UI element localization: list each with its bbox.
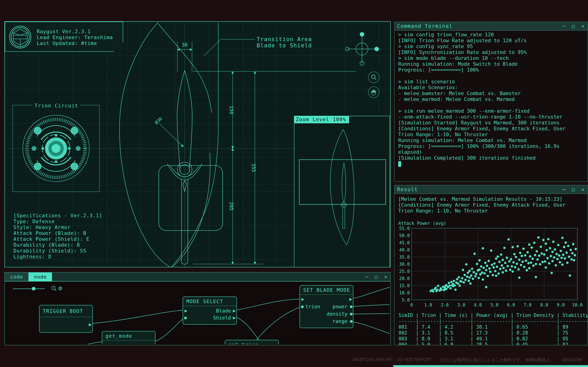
input-label: trion — [305, 304, 320, 309]
node-canvas[interactable]: ⚙ TRIGGER BOOT ▶ MODE SELECT ▶ Blade ▶ — [5, 282, 389, 344]
gear-icon[interactable]: ⚙ — [58, 284, 62, 292]
tab-code[interactable]: code — [5, 273, 28, 281]
result-window: Result ─ □ × [Melee Combat vs. Marmod Si… — [394, 185, 588, 345]
minimap-panel: Zoom Level 100% — [294, 116, 390, 267]
node-get-mode[interactable]: get_mode ● ● — [102, 331, 156, 344]
svg-text:35.0: 35.0 — [399, 255, 410, 260]
svg-text:5.0: 5.0 — [490, 302, 498, 308]
terminal-lines: > sim config trion_flow_rate 120[INFO] T… — [398, 32, 588, 161]
output-label: power — [333, 304, 347, 309]
svg-text:2.0: 2.0 — [441, 302, 449, 308]
axis-gizmo[interactable] — [346, 32, 379, 65]
node-title: TRIGGER BOOT — [40, 305, 92, 317]
result-title: Result — [397, 186, 418, 192]
maximize-button[interactable]: □ — [571, 24, 576, 29]
footer-disclaimer-en: UNOFICIAL FAN ART - DO NOT REPOST — [352, 357, 432, 363]
result-titlebar[interactable]: Result ─ □ × — [395, 185, 588, 194]
close-button[interactable]: × — [580, 24, 585, 29]
footer-disclaimer-jp: 公式とは無関係な個人による二次創作です。無断転載禁止。 — [440, 357, 554, 363]
terminal-cursor — [398, 161, 401, 167]
svg-text:3.0: 3.0 — [457, 302, 465, 308]
svg-text:10.0: 10.0 — [399, 290, 410, 295]
node-title: SET BLADE MODE — [300, 285, 353, 295]
node-title: MODE SELECT — [183, 297, 236, 306]
gizmo-y-label: Y — [376, 48, 378, 51]
title-block: Raygust Ver.2.3.1 Lead Engineer: Terashi… — [5, 22, 123, 52]
svg-text:30.0: 30.0 — [399, 262, 410, 267]
doc-last-updated: Last Updated: #time — [37, 40, 97, 46]
range-out-port[interactable]: ● — [350, 318, 353, 324]
shield-out-port[interactable]: ▶ — [233, 315, 236, 320]
command-terminal-window: Command Terminal ─ □ × > sim config trio… — [394, 22, 588, 182]
editor-tabbar: code node ─ □ × — [5, 273, 390, 282]
hand-icon — [371, 89, 377, 95]
exec-out-port[interactable]: ▶ — [89, 322, 92, 327]
zoom-tool-button[interactable] — [368, 72, 380, 83]
svg-text:9.0: 9.0 — [557, 302, 565, 308]
output-label: Blade — [216, 308, 231, 314]
blade-out-port[interactable]: ▶ — [233, 308, 236, 313]
minimap-drawing — [294, 116, 389, 267]
svg-text:7.0: 7.0 — [524, 302, 532, 308]
exec-out-port[interactable]: ▶ — [349, 296, 352, 302]
result-body: [Melee Combat vs. Marmod Simulation Resu… — [395, 194, 588, 345]
output-label: range — [333, 318, 347, 324]
trion-circuit-diagram — [23, 115, 89, 182]
maximize-button[interactable]: □ — [571, 187, 576, 192]
maximize-button[interactable]: □ — [374, 274, 379, 280]
data-out-port[interactable]: ● — [152, 343, 155, 344]
svg-text:25.0: 25.0 — [399, 269, 410, 274]
blade-outline — [159, 70, 223, 264]
svg-text:1.0: 1.0 — [424, 302, 432, 308]
terminal-output[interactable]: > sim config trion_flow_rate 120[INFO] T… — [395, 31, 588, 181]
node-mode-select[interactable]: MODE SELECT ▶ Blade ▶ ● Shield ▶ — [183, 297, 237, 325]
minimize-button[interactable]: ─ — [364, 274, 369, 280]
node-trigger-boot[interactable]: TRIGGER BOOT ▶ — [39, 305, 93, 333]
svg-text:45.0: 45.0 — [399, 240, 410, 245]
node-title: get_mode — [102, 331, 155, 341]
dim-diameter-label: Ø30 — [154, 116, 163, 125]
output-label: density — [327, 311, 347, 317]
svg-text:5.0: 5.0 — [402, 297, 410, 303]
exec-in-port[interactable]: ▶ — [301, 296, 304, 302]
terminal-titlebar[interactable]: Command Terminal ─ □ × — [395, 22, 588, 31]
doc-title: Raygust Ver.2.3.1 — [37, 29, 91, 34]
node-get-trion[interactable]: get_trion — [225, 340, 279, 344]
blueprint-viewport[interactable]: 30 150 205 355 Ø30 Trion Circuit Transit… — [4, 21, 391, 267]
output-label: Shield — [213, 315, 231, 321]
raygust-cad-app: 30 150 205 355 Ø30 Trion Circuit Transit… — [0, 0, 588, 367]
power-out-port[interactable]: ● — [350, 304, 353, 309]
node-title: get_trion — [225, 340, 278, 344]
svg-text:15.0: 15.0 — [399, 283, 410, 288]
search-icon — [371, 74, 377, 81]
node-editor-panel: code node ─ □ × — [4, 272, 391, 345]
density-out-port[interactable]: ● — [350, 311, 353, 316]
data-in-port[interactable]: ● — [103, 343, 106, 344]
footer-disclaimer: UNOFICIAL FAN ART - DO NOT REPOST 公式とは無関… — [352, 357, 582, 363]
data-in-port[interactable]: ● — [184, 315, 187, 320]
minimize-button[interactable]: ─ — [561, 187, 566, 192]
gizmo-z-label: Z — [361, 33, 363, 36]
dimension-labels: 30 150 205 355 Ø30 — [154, 42, 256, 210]
svg-text:6.0: 6.0 — [507, 302, 515, 308]
pan-tool-button[interactable] — [368, 86, 380, 98]
zoom-slider[interactable] — [13, 288, 45, 289]
svg-text:10.0: 10.0 — [572, 302, 583, 308]
annotation-line1: Transition Area — [257, 36, 312, 42]
close-button[interactable]: × — [383, 274, 388, 280]
trion-in-port[interactable]: ● — [301, 304, 303, 309]
footer-handle: @asa10wt — [562, 357, 582, 363]
tab-node[interactable]: node — [28, 273, 52, 281]
border-logo-icon — [9, 26, 32, 49]
zoom-slider-knob[interactable] — [32, 287, 35, 291]
search-icon[interactable] — [51, 285, 57, 292]
svg-text:20.0: 20.0 — [399, 276, 410, 281]
trion-circuit-label: Trion Circuit — [35, 103, 78, 108]
exec-in-port[interactable]: ▶ — [184, 308, 187, 313]
node-set-blade-mode[interactable]: SET BLADE MODE ▶ ▶ ● trion power ● densi… — [300, 285, 353, 328]
svg-text:8.0: 8.0 — [540, 302, 548, 308]
close-button[interactable]: × — [580, 187, 585, 192]
svg-text:0: 0 — [410, 302, 413, 308]
minimize-button[interactable]: ─ — [561, 24, 566, 29]
result-table: SimID | Trion | Time (s) | Power (avg) |… — [398, 312, 588, 345]
